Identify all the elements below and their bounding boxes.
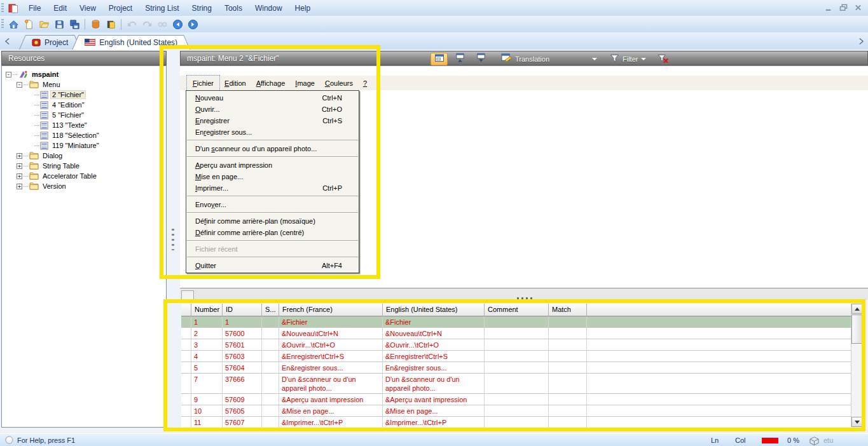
- toolbar-grip[interactable]: [1, 3, 4, 13]
- column-header[interactable]: [181, 304, 191, 316]
- column-header-number[interactable]: Number: [191, 304, 223, 316]
- tree-item-dialog[interactable]: +Dialog: [2, 151, 166, 161]
- preview-menu-item-d-finir-comme-arri-re-plan-mosa-que[interactable]: Définir comme arrière-plan (mosaïque): [186, 215, 359, 227]
- filter-dropdown[interactable]: Filter: [610, 54, 646, 64]
- cell-sel: [181, 362, 191, 373]
- open-button[interactable]: [36, 17, 52, 31]
- scroll-down-button[interactable]: [851, 417, 862, 427]
- preview-menu-item-mise-en-page[interactable]: Mise en page...: [186, 171, 359, 182]
- column-header-french-france[interactable]: French (France): [279, 304, 383, 316]
- translation-label: Translation: [515, 55, 549, 63]
- table-scrollbar[interactable]: [851, 304, 862, 427]
- new-button[interactable]: [21, 17, 36, 31]
- window-down-button[interactable]: [472, 53, 490, 65]
- menubar-item-tools[interactable]: Tools: [218, 2, 249, 15]
- save-button[interactable]: [52, 17, 67, 31]
- close-button[interactable]: [853, 3, 863, 11]
- tab-scroll-left-icon[interactable]: [3, 36, 11, 46]
- restore-button[interactable]: [839, 3, 848, 11]
- string-row[interactable]: 457603&Enregistrer\tCtrl+S&Enregistrer\t…: [181, 351, 851, 362]
- preview-menubar-item-[interactable]: ?: [359, 78, 371, 88]
- tab-english-united-states[interactable]: English (United States): [72, 35, 190, 50]
- preview-menu-item-imprimer[interactable]: Imprimer...Ctrl+P: [186, 182, 359, 194]
- column-header-id[interactable]: ID: [223, 304, 262, 316]
- dialog-view-button[interactable]: [431, 53, 448, 65]
- home-button[interactable]: [6, 17, 21, 31]
- preview-menubar-item-image[interactable]: Image: [291, 78, 319, 88]
- string-row[interactable]: 11&Fichier&Fichier: [181, 316, 851, 328]
- menubar-item-string-list[interactable]: String List: [139, 2, 185, 15]
- preview-menu-item-enregistrer-sous[interactable]: Enregistrer sous...: [186, 126, 359, 138]
- find-icon: [157, 19, 168, 30]
- tree-item-menu[interactable]: -Menu: [2, 79, 166, 90]
- vertical-splitter[interactable]: [167, 51, 180, 428]
- save-all-button[interactable]: [67, 17, 82, 31]
- tree-expander[interactable]: +: [17, 153, 22, 159]
- tree-item-119-miniature[interactable]: 119 "Miniature": [2, 140, 166, 151]
- tree-item-118-s-lection[interactable]: 118 "Sélection": [2, 130, 166, 140]
- string-row[interactable]: 957609&Aperçu avant impression&Aperçu av…: [181, 394, 851, 405]
- menubar-item-project[interactable]: Project: [102, 2, 139, 15]
- preview-menu-item-d-finir-comme-arri-re-plan-centr[interactable]: Définir comme arrière-plan (centré): [186, 227, 359, 238]
- preview-menubar-item-edition[interactable]: Edition: [220, 78, 251, 88]
- string-row[interactable]: 1057605&Mise en page...&Mise en page...: [181, 405, 851, 417]
- string-row[interactable]: 557604En&registrer sous...En&registrer s…: [181, 362, 851, 374]
- tree-item-accelerator-table[interactable]: +Accelerator Table: [2, 171, 166, 181]
- back-button[interactable]: [170, 17, 185, 31]
- database-button[interactable]: [88, 17, 103, 31]
- menubar-item-file[interactable]: File: [22, 2, 47, 15]
- tree-item-version[interactable]: +Version: [2, 181, 166, 191]
- scroll-thumb[interactable]: [851, 314, 862, 344]
- column-header[interactable]: [587, 304, 851, 316]
- tree-expander[interactable]: -: [17, 82, 22, 88]
- string-row[interactable]: 737666D'un &scanneur ou d'un appareil ph…: [181, 374, 851, 394]
- preview-menu-item-nouveau[interactable]: NouveauCtrl+N: [186, 92, 359, 104]
- forward-button[interactable]: [185, 17, 200, 31]
- tree-item-5-fichier[interactable]: 5 "Fichier": [2, 110, 166, 120]
- column-header-s[interactable]: S...: [262, 304, 279, 316]
- string-row[interactable]: 1157607&Imprimer...\tCtrl+P&Imprimer...\…: [181, 417, 851, 428]
- string-row[interactable]: 357601&Ouvrir...\tCtrl+O&Ouvrir...\tCtrl…: [181, 339, 851, 351]
- minimize-button[interactable]: [824, 3, 834, 11]
- cell-sel: [181, 328, 191, 339]
- preview-menu-item-enregistrer[interactable]: EnregistrerCtrl+S: [186, 115, 359, 126]
- string-row[interactable]: 257600&Nouveau\tCtrl+N&Nouveau\tCtrl+N: [181, 328, 851, 339]
- menubar-item-string[interactable]: String: [186, 2, 218, 15]
- preview-menu-item-aper-u-avant-impression[interactable]: Aperçu avant impression: [186, 159, 359, 171]
- tree-item-4-edition[interactable]: 4 "Edition": [2, 100, 166, 110]
- menubar-item-edit[interactable]: Edit: [47, 2, 73, 15]
- preview-menu-item-ouvrir[interactable]: Ouvrir...Ctrl+O: [186, 104, 359, 115]
- horizontal-splitter[interactable]: [180, 288, 868, 300]
- cell-fill: [587, 351, 851, 362]
- tree-item-mspaint[interactable]: -mspaint: [2, 69, 166, 79]
- column-header-comment[interactable]: Comment: [485, 304, 549, 316]
- preview-menubar-item-affichage[interactable]: Affichage: [252, 78, 290, 88]
- filter-icon: [610, 54, 619, 64]
- clear-filter-button[interactable]: [658, 54, 668, 64]
- tree-expander[interactable]: +: [17, 163, 22, 169]
- menu-bar-items: FileEditViewProjectString ListStringTool…: [22, 2, 317, 15]
- menubar-item-help[interactable]: Help: [289, 2, 317, 15]
- import-button[interactable]: [103, 17, 118, 31]
- tree-expander[interactable]: -: [6, 72, 11, 78]
- menubar-item-window[interactable]: Window: [249, 2, 289, 15]
- window-up-button[interactable]: [451, 53, 469, 65]
- scroll-up-button[interactable]: [851, 304, 862, 314]
- preview-menu-item-quitter[interactable]: QuitterAlt+F4: [186, 260, 359, 271]
- translation-dropdown[interactable]: Translation: [501, 53, 597, 64]
- menubar-item-view[interactable]: View: [73, 2, 102, 15]
- tree-expander[interactable]: +: [17, 184, 22, 189]
- toolbar-grip[interactable]: [1, 19, 4, 29]
- column-header-match[interactable]: Match: [549, 304, 587, 316]
- tree-item-2-fichier[interactable]: 2 "Fichier": [2, 90, 166, 100]
- tree-item-string-table[interactable]: +String Table: [2, 161, 166, 171]
- preview-menu-item-d-un-scanneur-ou-d-un-appareil-photo[interactable]: D'un scanneur ou d'un appareil photo...: [186, 143, 359, 154]
- column-header-english-united-states[interactable]: English (United States): [383, 304, 485, 316]
- preview-menu-item-envoyer[interactable]: Envoyer...: [186, 199, 359, 210]
- tree-item-113-texte[interactable]: 113 "Texte": [2, 120, 166, 130]
- tree-expander[interactable]: +: [17, 173, 22, 179]
- preview-menubar-item-fichier[interactable]: Fichier: [186, 75, 220, 91]
- preview-menubar-item-couleurs[interactable]: Couleurs: [320, 78, 357, 88]
- tab-scroll-right-icon[interactable]: [857, 36, 865, 46]
- preview-menu-item-fichier-r-cent[interactable]: Fichier récent: [186, 243, 359, 255]
